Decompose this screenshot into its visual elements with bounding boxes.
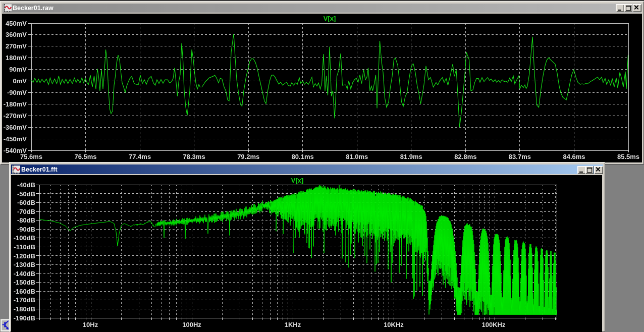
svg-text:1KHz: 1KHz xyxy=(285,321,301,328)
svg-text:83.7ms: 83.7ms xyxy=(509,153,531,160)
svg-text:-70dB: -70dB xyxy=(17,208,35,215)
svg-text:-180mV: -180mV xyxy=(4,100,27,108)
svg-text:81.0ms: 81.0ms xyxy=(346,153,368,160)
svg-text:80.1ms: 80.1ms xyxy=(292,153,314,160)
svg-text:75.6ms: 75.6ms xyxy=(20,153,42,160)
svg-text:V[x]: V[x] xyxy=(324,15,336,22)
svg-text:76.5ms: 76.5ms xyxy=(74,153,96,160)
svg-text:-110dB: -110dB xyxy=(14,243,35,251)
svg-text:79.2ms: 79.2ms xyxy=(237,153,259,160)
svg-text:-50dB: -50dB xyxy=(17,190,35,198)
svg-text:-180dB: -180dB xyxy=(14,305,35,313)
svg-text:-190dB: -190dB xyxy=(14,314,35,322)
svg-text:85.5ms: 85.5ms xyxy=(617,153,639,160)
svg-text:-170dB: -170dB xyxy=(14,296,35,304)
svg-text:-360mV: -360mV xyxy=(4,124,27,131)
svg-text:-100dB: -100dB xyxy=(14,234,35,242)
svg-text:78.3ms: 78.3ms xyxy=(183,153,205,160)
svg-text:V[x]: V[x] xyxy=(291,177,304,184)
svg-text:90mV: 90mV xyxy=(9,66,27,73)
svg-text:84.6ms: 84.6ms xyxy=(563,153,585,160)
svg-text:-40dB: -40dB xyxy=(17,181,35,189)
svg-text:-450mV: -450mV xyxy=(4,135,27,143)
svg-text:100KHz: 100KHz xyxy=(482,321,506,328)
svg-text:-160dB: -160dB xyxy=(14,288,35,295)
svg-text:10Hz: 10Hz xyxy=(83,321,98,328)
svg-text:-90dB: -90dB xyxy=(17,226,35,233)
svg-text:81.9ms: 81.9ms xyxy=(400,153,422,160)
svg-text:360mV: 360mV xyxy=(6,31,27,38)
svg-text:-60dB: -60dB xyxy=(17,199,35,206)
svg-text:0mV: 0mV xyxy=(13,77,27,85)
svg-text:10KHz: 10KHz xyxy=(384,321,404,328)
svg-text:-150dB: -150dB xyxy=(14,279,35,286)
svg-text:-140dB: -140dB xyxy=(14,270,35,278)
svg-text:100Hz: 100Hz xyxy=(182,321,201,328)
svg-text:-130dB: -130dB xyxy=(14,261,35,268)
svg-text:82.8ms: 82.8ms xyxy=(454,153,476,160)
svg-text:450mV: 450mV xyxy=(6,20,27,27)
svg-text:-120dB: -120dB xyxy=(14,252,35,260)
svg-text:-80dB: -80dB xyxy=(17,216,35,224)
svg-text:180mV: 180mV xyxy=(6,54,27,62)
svg-text:-270mV: -270mV xyxy=(4,112,27,120)
svg-text:270mV: 270mV xyxy=(6,42,27,50)
svg-text:77.4ms: 77.4ms xyxy=(129,153,151,160)
svg-text:-90mV: -90mV xyxy=(7,89,27,96)
